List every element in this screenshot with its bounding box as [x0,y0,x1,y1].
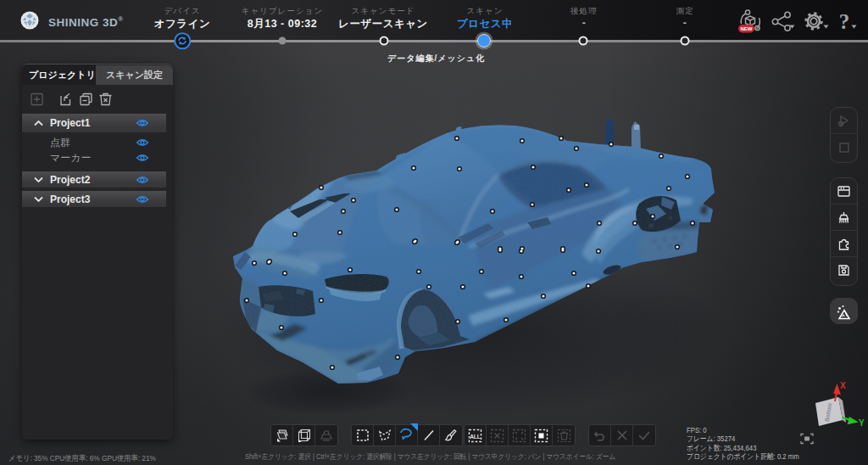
svg-text:X: X [840,381,846,390]
svg-text:ALL: ALL [470,433,481,439]
svg-text:Y: Y [859,418,865,428]
